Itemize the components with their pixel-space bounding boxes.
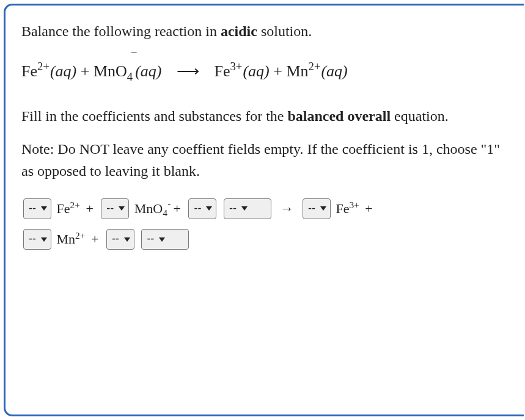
- prompt-acidic: acidic: [221, 23, 257, 39]
- coeff-mn2-select[interactable]: --: [23, 229, 51, 250]
- chevron-down-icon: [119, 206, 125, 211]
- instruction-fill: Fill in the coefficients and substances …: [21, 105, 508, 127]
- state-aq: (aq): [50, 59, 76, 83]
- state-aq: (aq): [135, 59, 161, 83]
- label-fe3: Fe3+: [336, 201, 359, 216]
- reaction-arrow: ⟶: [177, 62, 199, 80]
- question-prompt: Balance the following reaction in acidic…: [21, 20, 508, 42]
- label-fe2: Fe2+: [57, 201, 80, 216]
- species-mno4: MnO−4: [94, 59, 133, 83]
- chevron-down-icon: [41, 206, 47, 211]
- plus-sign: +: [86, 201, 93, 216]
- state-aq: (aq): [321, 59, 347, 83]
- plus-sign: +: [91, 231, 98, 247]
- chevron-down-icon: [320, 206, 326, 211]
- chevron-down-icon: [41, 237, 47, 242]
- species-fe3: Fe3+: [215, 59, 243, 83]
- chevron-down-icon: [206, 206, 212, 211]
- plus-sign: +: [365, 201, 372, 216]
- chevron-down-icon: [159, 237, 165, 242]
- prompt-prefix: Balance the following reaction in: [21, 23, 221, 39]
- coeff-reactant3-select[interactable]: --: [188, 198, 216, 219]
- species-fe2: Fe2+: [21, 59, 50, 83]
- species-product3-select[interactable]: --: [141, 229, 189, 250]
- question-card: Balance the following reaction in acidic…: [4, 4, 524, 416]
- balanced-equation-inputs: -- Fe2+ + -- MnO4- + -- -- → -- Fe3+ + -…: [21, 193, 508, 254]
- plus-sign: +: [81, 62, 94, 80]
- chevron-down-icon: [241, 206, 248, 211]
- chevron-down-icon: [124, 237, 130, 242]
- plus-sign: +: [273, 62, 286, 80]
- coeff-fe2-select[interactable]: --: [23, 198, 51, 219]
- coeff-mno4-select[interactable]: --: [101, 198, 129, 219]
- coeff-product3-select[interactable]: --: [106, 229, 134, 250]
- coeff-fe3-select[interactable]: --: [303, 198, 331, 219]
- label-mno4: MnO4-: [134, 201, 167, 216]
- species-reactant3-select[interactable]: --: [224, 198, 271, 219]
- state-aq: (aq): [243, 59, 269, 83]
- label-mn2: Mn2+: [57, 231, 86, 247]
- prompt-suffix: solution.: [257, 23, 312, 39]
- species-mn2: Mn2+: [286, 59, 320, 83]
- instruction-note: Note: Do NOT leave any coeffient fields …: [21, 138, 508, 182]
- reaction-arrow: →: [280, 201, 293, 216]
- unbalanced-equation: Fe2+(aq) + MnO−4(aq) ⟶ Fe3+(aq) + Mn2+(a…: [21, 59, 508, 83]
- plus-sign: +: [173, 201, 180, 216]
